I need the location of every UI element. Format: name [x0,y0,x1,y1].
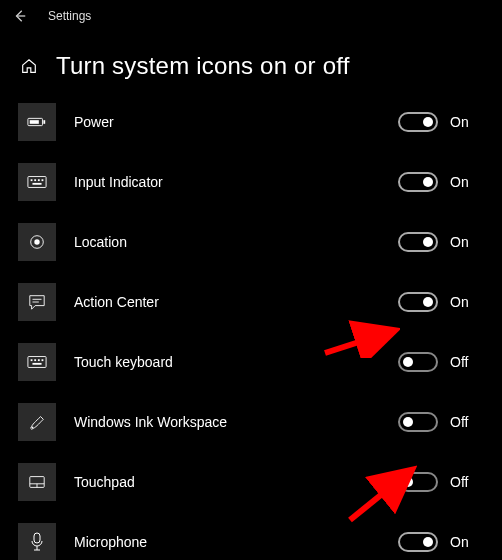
action-center-icon-box [18,283,56,321]
svg-rect-5 [34,179,36,181]
ink-workspace-icon-box [18,403,56,441]
input-indicator-icon-box [18,163,56,201]
row-location: Location On [18,212,484,272]
row-input-indicator: Input Indicator On [18,152,484,212]
home-icon [20,57,38,75]
toggle-location[interactable] [398,232,438,252]
location-icon [28,233,46,251]
row-microphone: Microphone On [18,512,484,560]
pen-icon [28,413,46,431]
toggle-touch-keyboard[interactable] [398,352,438,372]
microphone-icon-box [18,523,56,560]
toggle-action-center[interactable] [398,292,438,312]
svg-rect-1 [43,120,45,124]
toggle-state: On [450,174,484,190]
toggle-state: Off [450,354,484,370]
row-label: Action Center [74,294,398,310]
toggle-state: Off [450,414,484,430]
toggle-input-indicator[interactable] [398,172,438,192]
svg-rect-15 [34,359,36,361]
svg-point-10 [34,239,39,244]
touchpad-icon [28,474,46,490]
svg-rect-3 [28,177,46,188]
row-touch-keyboard: Touch keyboard Off [18,332,484,392]
action-center-icon [28,293,46,311]
svg-point-19 [32,427,34,429]
row-label: Power [74,114,398,130]
microphone-icon [30,532,44,552]
svg-rect-13 [28,357,46,368]
svg-rect-4 [31,179,33,181]
svg-rect-17 [42,359,44,361]
keyboard-icon [27,175,47,189]
window-title: Settings [48,9,91,23]
back-button[interactable] [10,6,30,26]
home-button[interactable] [18,55,40,77]
svg-rect-23 [34,533,40,543]
row-label: Location [74,234,398,250]
toggle-ink-workspace[interactable] [398,412,438,432]
svg-rect-14 [31,359,33,361]
row-ink-workspace: Windows Ink Workspace Off [18,392,484,452]
arrow-left-icon [13,9,27,23]
row-label: Touch keyboard [74,354,398,370]
toggle-state: Off [450,474,484,490]
row-label: Input Indicator [74,174,398,190]
toggle-microphone[interactable] [398,532,438,552]
toggle-state: On [450,234,484,250]
titlebar: Settings [0,0,502,32]
row-power: Power On [18,92,484,152]
row-touchpad: Touchpad Off [18,452,484,512]
svg-rect-8 [32,183,41,185]
touch-keyboard-icon [27,355,47,369]
svg-rect-16 [38,359,40,361]
power-icon-box [18,103,56,141]
toggle-power[interactable] [398,112,438,132]
svg-rect-18 [32,363,41,365]
toggle-state: On [450,114,484,130]
touchpad-icon-box [18,463,56,501]
toggle-touchpad[interactable] [398,472,438,492]
touch-keyboard-icon-box [18,343,56,381]
row-label: Windows Ink Workspace [74,414,398,430]
row-label: Touchpad [74,474,398,490]
page-header: Turn system icons on or off [0,32,502,92]
toggle-state: On [450,294,484,310]
row-action-center: Action Center On [18,272,484,332]
settings-list: Power On Input Indicator On Location On … [0,92,502,560]
page-title: Turn system icons on or off [56,52,350,80]
power-icon [27,115,47,129]
svg-rect-2 [30,120,39,124]
svg-rect-7 [42,179,44,181]
row-label: Microphone [74,534,398,550]
location-icon-box [18,223,56,261]
svg-rect-6 [38,179,40,181]
toggle-state: On [450,534,484,550]
